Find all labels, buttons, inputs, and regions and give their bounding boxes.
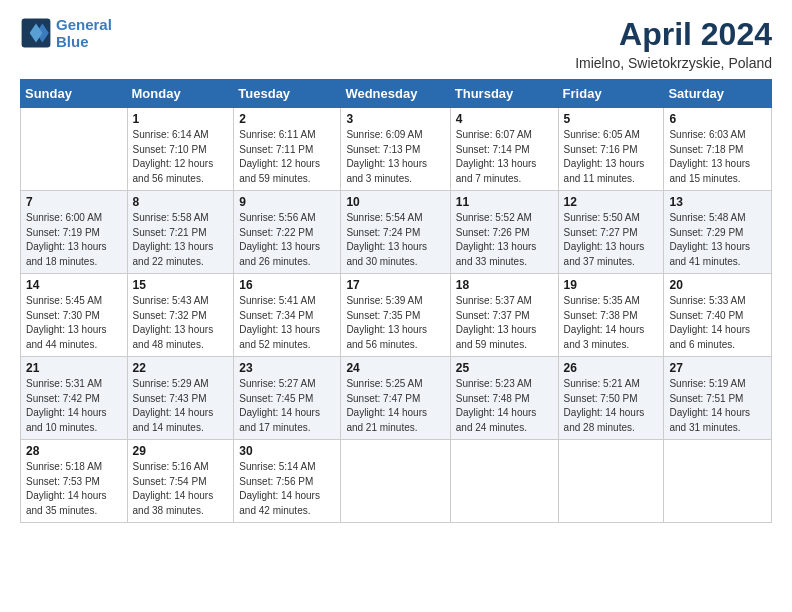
day-cell: 19Sunrise: 5:35 AM Sunset: 7:38 PM Dayli… — [558, 274, 664, 357]
day-info: Sunrise: 5:43 AM Sunset: 7:32 PM Dayligh… — [133, 294, 229, 352]
day-cell — [341, 440, 450, 523]
day-number: 27 — [669, 361, 766, 375]
day-info: Sunrise: 5:33 AM Sunset: 7:40 PM Dayligh… — [669, 294, 766, 352]
header: General Blue April 2024 Imielno, Swietok… — [20, 16, 772, 71]
day-info: Sunrise: 5:23 AM Sunset: 7:48 PM Dayligh… — [456, 377, 553, 435]
day-info: Sunrise: 6:05 AM Sunset: 7:16 PM Dayligh… — [564, 128, 659, 186]
day-cell: 25Sunrise: 5:23 AM Sunset: 7:48 PM Dayli… — [450, 357, 558, 440]
day-info: Sunrise: 5:58 AM Sunset: 7:21 PM Dayligh… — [133, 211, 229, 269]
month-title: April 2024 — [575, 16, 772, 53]
day-cell: 15Sunrise: 5:43 AM Sunset: 7:32 PM Dayli… — [127, 274, 234, 357]
day-info: Sunrise: 6:14 AM Sunset: 7:10 PM Dayligh… — [133, 128, 229, 186]
day-cell: 13Sunrise: 5:48 AM Sunset: 7:29 PM Dayli… — [664, 191, 772, 274]
header-thursday: Thursday — [450, 80, 558, 108]
day-cell — [21, 108, 128, 191]
day-info: Sunrise: 6:09 AM Sunset: 7:13 PM Dayligh… — [346, 128, 444, 186]
day-cell: 10Sunrise: 5:54 AM Sunset: 7:24 PM Dayli… — [341, 191, 450, 274]
day-cell — [450, 440, 558, 523]
week-row-3: 14Sunrise: 5:45 AM Sunset: 7:30 PM Dayli… — [21, 274, 772, 357]
week-row-2: 7Sunrise: 6:00 AM Sunset: 7:19 PM Daylig… — [21, 191, 772, 274]
day-info: Sunrise: 5:41 AM Sunset: 7:34 PM Dayligh… — [239, 294, 335, 352]
day-number: 2 — [239, 112, 335, 126]
day-number: 6 — [669, 112, 766, 126]
day-info: Sunrise: 5:45 AM Sunset: 7:30 PM Dayligh… — [26, 294, 122, 352]
day-cell: 7Sunrise: 6:00 AM Sunset: 7:19 PM Daylig… — [21, 191, 128, 274]
day-number: 17 — [346, 278, 444, 292]
header-tuesday: Tuesday — [234, 80, 341, 108]
day-cell: 16Sunrise: 5:41 AM Sunset: 7:34 PM Dayli… — [234, 274, 341, 357]
header-saturday: Saturday — [664, 80, 772, 108]
day-info: Sunrise: 6:11 AM Sunset: 7:11 PM Dayligh… — [239, 128, 335, 186]
location: Imielno, Swietokrzyskie, Poland — [575, 55, 772, 71]
day-info: Sunrise: 5:35 AM Sunset: 7:38 PM Dayligh… — [564, 294, 659, 352]
day-number: 12 — [564, 195, 659, 209]
day-number: 18 — [456, 278, 553, 292]
day-number: 14 — [26, 278, 122, 292]
day-number: 19 — [564, 278, 659, 292]
calendar-body: 1Sunrise: 6:14 AM Sunset: 7:10 PM Daylig… — [21, 108, 772, 523]
day-cell: 17Sunrise: 5:39 AM Sunset: 7:35 PM Dayli… — [341, 274, 450, 357]
header-monday: Monday — [127, 80, 234, 108]
day-number: 26 — [564, 361, 659, 375]
day-cell: 6Sunrise: 6:03 AM Sunset: 7:18 PM Daylig… — [664, 108, 772, 191]
day-info: Sunrise: 5:19 AM Sunset: 7:51 PM Dayligh… — [669, 377, 766, 435]
day-number: 7 — [26, 195, 122, 209]
day-info: Sunrise: 6:07 AM Sunset: 7:14 PM Dayligh… — [456, 128, 553, 186]
day-info: Sunrise: 5:50 AM Sunset: 7:27 PM Dayligh… — [564, 211, 659, 269]
day-number: 5 — [564, 112, 659, 126]
calendar-header: Sunday Monday Tuesday Wednesday Thursday… — [21, 80, 772, 108]
day-info: Sunrise: 5:29 AM Sunset: 7:43 PM Dayligh… — [133, 377, 229, 435]
calendar-table: Sunday Monday Tuesday Wednesday Thursday… — [20, 79, 772, 523]
day-cell: 4Sunrise: 6:07 AM Sunset: 7:14 PM Daylig… — [450, 108, 558, 191]
day-info: Sunrise: 5:16 AM Sunset: 7:54 PM Dayligh… — [133, 460, 229, 518]
day-info: Sunrise: 5:21 AM Sunset: 7:50 PM Dayligh… — [564, 377, 659, 435]
logo: General Blue — [20, 16, 112, 51]
day-info: Sunrise: 6:00 AM Sunset: 7:19 PM Dayligh… — [26, 211, 122, 269]
day-info: Sunrise: 5:48 AM Sunset: 7:29 PM Dayligh… — [669, 211, 766, 269]
day-number: 4 — [456, 112, 553, 126]
header-friday: Friday — [558, 80, 664, 108]
day-number: 10 — [346, 195, 444, 209]
day-number: 8 — [133, 195, 229, 209]
day-info: Sunrise: 5:18 AM Sunset: 7:53 PM Dayligh… — [26, 460, 122, 518]
day-cell: 11Sunrise: 5:52 AM Sunset: 7:26 PM Dayli… — [450, 191, 558, 274]
day-number: 11 — [456, 195, 553, 209]
day-number: 23 — [239, 361, 335, 375]
day-cell: 1Sunrise: 6:14 AM Sunset: 7:10 PM Daylig… — [127, 108, 234, 191]
day-number: 1 — [133, 112, 229, 126]
day-number: 30 — [239, 444, 335, 458]
day-info: Sunrise: 6:03 AM Sunset: 7:18 PM Dayligh… — [669, 128, 766, 186]
day-info: Sunrise: 5:31 AM Sunset: 7:42 PM Dayligh… — [26, 377, 122, 435]
day-number: 21 — [26, 361, 122, 375]
day-number: 29 — [133, 444, 229, 458]
page: General Blue April 2024 Imielno, Swietok… — [0, 0, 792, 612]
day-cell: 24Sunrise: 5:25 AM Sunset: 7:47 PM Dayli… — [341, 357, 450, 440]
header-wednesday: Wednesday — [341, 80, 450, 108]
day-cell: 30Sunrise: 5:14 AM Sunset: 7:56 PM Dayli… — [234, 440, 341, 523]
day-cell: 23Sunrise: 5:27 AM Sunset: 7:45 PM Dayli… — [234, 357, 341, 440]
header-row: Sunday Monday Tuesday Wednesday Thursday… — [21, 80, 772, 108]
day-number: 13 — [669, 195, 766, 209]
day-info: Sunrise: 5:14 AM Sunset: 7:56 PM Dayligh… — [239, 460, 335, 518]
day-number: 28 — [26, 444, 122, 458]
title-section: April 2024 Imielno, Swietokrzyskie, Pola… — [575, 16, 772, 71]
week-row-4: 21Sunrise: 5:31 AM Sunset: 7:42 PM Dayli… — [21, 357, 772, 440]
logo-icon — [20, 17, 52, 49]
day-number: 16 — [239, 278, 335, 292]
day-number: 3 — [346, 112, 444, 126]
day-number: 22 — [133, 361, 229, 375]
day-info: Sunrise: 5:54 AM Sunset: 7:24 PM Dayligh… — [346, 211, 444, 269]
logo-text: General Blue — [56, 16, 112, 51]
day-cell: 21Sunrise: 5:31 AM Sunset: 7:42 PM Dayli… — [21, 357, 128, 440]
day-cell: 28Sunrise: 5:18 AM Sunset: 7:53 PM Dayli… — [21, 440, 128, 523]
day-cell: 12Sunrise: 5:50 AM Sunset: 7:27 PM Dayli… — [558, 191, 664, 274]
day-cell: 8Sunrise: 5:58 AM Sunset: 7:21 PM Daylig… — [127, 191, 234, 274]
day-cell: 5Sunrise: 6:05 AM Sunset: 7:16 PM Daylig… — [558, 108, 664, 191]
day-info: Sunrise: 5:52 AM Sunset: 7:26 PM Dayligh… — [456, 211, 553, 269]
day-cell: 18Sunrise: 5:37 AM Sunset: 7:37 PM Dayli… — [450, 274, 558, 357]
day-cell: 20Sunrise: 5:33 AM Sunset: 7:40 PM Dayli… — [664, 274, 772, 357]
day-info: Sunrise: 5:37 AM Sunset: 7:37 PM Dayligh… — [456, 294, 553, 352]
day-info: Sunrise: 5:27 AM Sunset: 7:45 PM Dayligh… — [239, 377, 335, 435]
day-cell: 26Sunrise: 5:21 AM Sunset: 7:50 PM Dayli… — [558, 357, 664, 440]
week-row-1: 1Sunrise: 6:14 AM Sunset: 7:10 PM Daylig… — [21, 108, 772, 191]
